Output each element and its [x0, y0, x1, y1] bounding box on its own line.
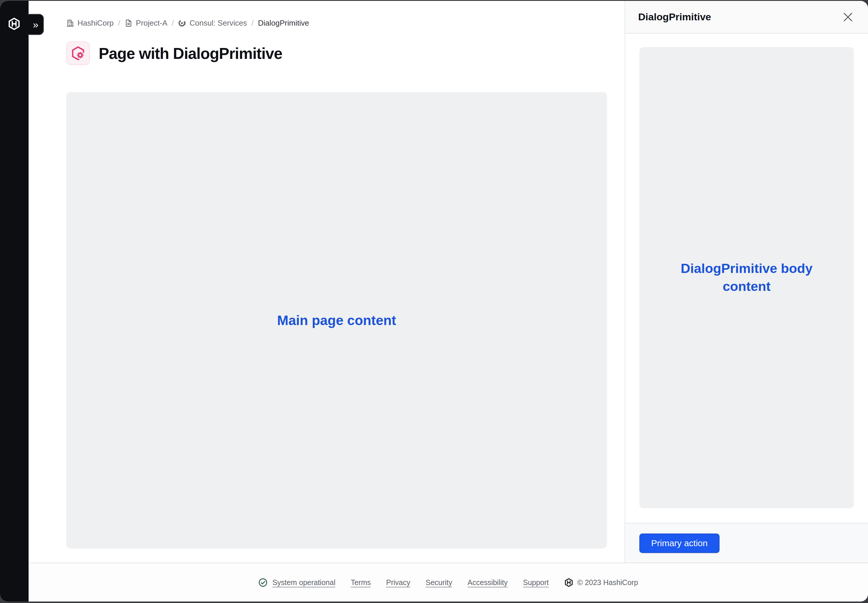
breadcrumb-item-project-a[interactable]: Project-A [125, 19, 167, 28]
double-chevron-right-icon: » [33, 19, 39, 29]
breadcrumb-label: HashiCorp [78, 19, 114, 28]
breadcrumb-item-consul-services[interactable]: Consul: Services [178, 19, 247, 28]
close-icon [842, 11, 854, 23]
dialog-footer: Primary action [625, 523, 868, 563]
content-row: HashiCorp / Project-A / [29, 1, 868, 563]
breadcrumb-separator: / [172, 19, 174, 28]
dialog-body-placeholder: DialogPrimitive body content [639, 47, 854, 508]
footer-link-support[interactable]: Support [523, 578, 549, 587]
breadcrumb-separator: / [118, 19, 120, 28]
file-icon [125, 19, 133, 27]
page-header: Page with DialogPrimitive [66, 42, 607, 65]
page-title: Page with DialogPrimitive [99, 45, 282, 62]
breadcrumb-separator: / [251, 19, 253, 28]
dialog-header: DialogPrimitive [625, 1, 868, 34]
hashicorp-logo[interactable] [8, 17, 21, 30]
consul-icon [71, 46, 85, 61]
sidebar-expand-button[interactable]: » [28, 14, 44, 35]
consul-icon [178, 19, 186, 27]
footer-link-security[interactable]: Security [425, 578, 452, 587]
dialog-primitive-panel: DialogPrimitive DialogPrimitive body con… [625, 1, 868, 563]
footer-link-terms[interactable]: Terms [350, 578, 370, 587]
main-page: HashiCorp / Project-A / [29, 1, 625, 563]
hashicorp-logo-icon [564, 578, 574, 587]
system-status-label: System operational [272, 578, 335, 587]
consul-app-icon [66, 42, 90, 65]
org-icon [66, 19, 74, 27]
dialog-title: DialogPrimitive [638, 11, 711, 23]
app-sidebar [0, 1, 29, 601]
breadcrumb-item-current: DialogPrimitive [258, 19, 309, 28]
dialog-close-button[interactable] [841, 10, 855, 24]
footer-link-accessibility[interactable]: Accessibility [468, 578, 508, 587]
breadcrumb-label: DialogPrimitive [258, 19, 309, 28]
main-content-label: Main page content [277, 312, 396, 328]
breadcrumb: HashiCorp / Project-A / [66, 18, 607, 28]
copyright: © 2023 HashiCorp [564, 578, 638, 587]
page-footer: System operational Terms Privacy Securit… [29, 563, 868, 601]
app-window: » [0, 1, 868, 601]
footer-link-privacy[interactable]: Privacy [386, 578, 411, 587]
check-circle-icon [259, 578, 268, 587]
main-content-placeholder: Main page content [66, 92, 607, 549]
dialog-body-label: DialogPrimitive body content [664, 260, 829, 295]
breadcrumb-item-hashicorp[interactable]: HashiCorp [66, 19, 114, 28]
copyright-text: © 2023 HashiCorp [578, 578, 638, 587]
dialog-body: DialogPrimitive body content [625, 34, 868, 523]
primary-action-button[interactable]: Primary action [639, 533, 719, 553]
window-right-column: HashiCorp / Project-A / [29, 1, 868, 601]
breadcrumb-label: Project-A [136, 19, 167, 28]
system-status-link[interactable]: System operational [259, 578, 335, 587]
breadcrumb-label: Consul: Services [189, 19, 247, 28]
